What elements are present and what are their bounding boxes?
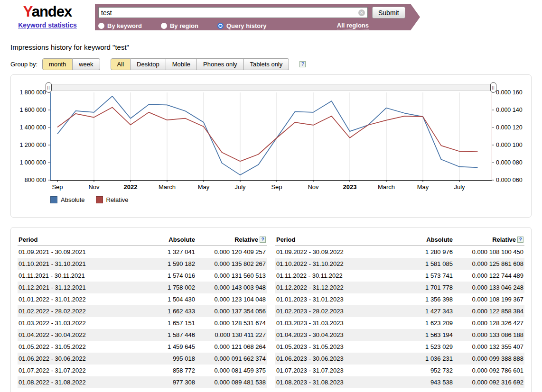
yandex-logo[interactable]: Yandex	[0, 4, 95, 20]
submit-button[interactable]: Submit	[372, 7, 405, 18]
radio-by-region[interactable]: By region	[161, 22, 198, 29]
legend-absolute[interactable]: Absolute	[50, 196, 85, 203]
x-axis-tick-label: May	[417, 183, 429, 191]
absolute-cell: 1 427 343	[393, 305, 454, 317]
radio-dot-query-history[interactable]	[217, 23, 224, 29]
legend-relative[interactable]: Relative	[96, 196, 129, 203]
chart-range-slider[interactable]: || ||	[48, 84, 494, 91]
table-row: 01.12.2022 - 31.12.20221 701 7780.000 13…	[275, 282, 524, 293]
relative-cell: 0.000 132 355 407	[454, 341, 524, 353]
absolute-cell: 1 662 433	[135, 305, 196, 317]
absolute-cell: 1 574 016	[135, 270, 196, 282]
absolute-cell: 1 563 194	[393, 329, 454, 341]
table-row: 01.01.2023 - 31.01.20231 356 3980.000 10…	[275, 293, 524, 305]
radio-dot-by-keyword[interactable]	[98, 23, 104, 29]
tab-desktop[interactable]: Desktop	[131, 58, 166, 70]
period-cell: 01.09.2022 - 30.09.2022	[275, 246, 393, 258]
slider-handle-right[interactable]: ||	[490, 82, 496, 92]
relative-cell: 0.000 125 861 608	[454, 258, 524, 270]
tab-mobile[interactable]: Mobile	[166, 58, 197, 70]
slider-handle-left[interactable]: ||	[46, 82, 52, 92]
absolute-cell: 943 538	[393, 376, 454, 388]
period-cell: 01.12.2022 - 31.12.2022	[275, 282, 393, 293]
all-regions-link[interactable]: All regions	[337, 22, 369, 29]
table-row: 01.03.2023 - 31.03.20231 623 2090.000 12…	[275, 317, 524, 329]
absolute-cell: 1 587 446	[135, 329, 196, 341]
relative-cell: 0.000 108 100 450	[454, 246, 524, 258]
table-row: 01.09.2022 - 30.09.20221 280 9760.000 10…	[275, 246, 524, 258]
radio-label-by-keyword: By keyword	[107, 22, 142, 29]
table-row: 01.08.2023 - 31.08.2023943 5380.000 092 …	[275, 376, 524, 388]
period-cell: 01.06.2022 - 30.06.2022	[18, 353, 135, 365]
radio-query-history[interactable]: Query history	[217, 22, 267, 29]
table-header-row: PeriodAbsoluteRelative?	[18, 235, 267, 246]
table-row: 01.02.2022 - 28.02.20221 662 4330.000 13…	[18, 305, 267, 317]
col-header-period: Period	[275, 235, 393, 246]
x-axis-tick-label: 2023	[343, 183, 357, 191]
legend-swatch-relative	[96, 196, 103, 203]
table-row: 01.03.2022 - 31.03.20221 657 1510.000 12…	[18, 317, 267, 329]
table-row: 01.08.2022 - 31.08.2022977 3080.000 089 …	[18, 376, 267, 388]
x-axis-tick-label: Nov	[88, 183, 100, 191]
right-axis-tick-label: 0.000 100	[496, 142, 523, 148]
relative-cell: 0.000 123 104 048	[196, 293, 267, 305]
period-cell: 01.04.2022 - 30.04.2022	[18, 329, 135, 341]
relative-cell: 0.000 128 531 674	[196, 317, 267, 329]
impressions-table-year2: PeriodAbsoluteRelative?01.09.2022 - 30.0…	[275, 235, 524, 388]
chart-legend: AbsoluteRelative	[50, 196, 140, 203]
relative-cell: 0.000 092 786 601	[454, 365, 524, 376]
relative-cell: 0.000 081 459 375	[196, 365, 267, 376]
absolute-cell: 1 504 430	[135, 293, 196, 305]
page-title: Impressions history for keyword "test"	[10, 43, 542, 51]
x-axis-tick-label: 2022	[124, 183, 138, 191]
top-bar: Yandex Keyword statistics ✕ Submit By ke…	[0, 0, 542, 30]
period-cell: 01.10.2022 - 31.10.2022	[275, 258, 393, 270]
tab-all[interactable]: All	[111, 58, 131, 70]
absolute-cell: 1 590 182	[135, 258, 196, 270]
keyword-statistics-link[interactable]: Keyword statistics	[18, 21, 77, 29]
tab-tablets-only[interactable]: Tablets only	[244, 58, 290, 70]
relative-cell: 0.000 130 411 227	[196, 329, 267, 341]
table-row: 01.10.2022 - 31.10.20221 581 0850.000 12…	[275, 258, 524, 270]
col-header-absolute: Absolute	[393, 235, 454, 246]
groupby-month[interactable]: month	[42, 58, 73, 70]
left-axis-tick-label: 1 000 000	[19, 159, 46, 166]
left-axis-tick-label: 800 000	[25, 177, 46, 183]
search-input[interactable]	[98, 7, 368, 18]
table-row: 01.04.2022 - 30.04.20221 587 4460.000 13…	[18, 329, 267, 341]
search-bar: ✕ Submit By keywordBy regionQuery histor…	[95, 4, 411, 30]
logo-letter-y: Y	[23, 3, 32, 20]
relative-help-icon[interactable]: ?	[517, 237, 523, 243]
absolute-cell: 1 036 231	[393, 353, 454, 365]
radio-label-query-history: Query history	[226, 22, 267, 29]
relative-cell: 0.000 092 316 692	[454, 376, 524, 388]
relative-cell: 0.000 099 388 888	[454, 353, 524, 365]
tab-phones-only[interactable]: Phones only	[197, 58, 244, 70]
table-row: 01.06.2023 - 30.06.20231 036 2310.000 09…	[275, 353, 524, 365]
col-header-period: Period	[18, 235, 135, 246]
right-axis-tick-label: 0.000 140	[496, 107, 523, 113]
period-cell: 01.08.2022 - 31.08.2022	[18, 376, 135, 388]
col-header-relative: Relative?	[196, 235, 267, 246]
x-axis-tick-label: May	[198, 183, 210, 191]
table-header-row: PeriodAbsoluteRelative?	[275, 235, 524, 246]
radio-dot-by-region[interactable]	[161, 23, 167, 29]
col-header-relative: Relative?	[454, 235, 524, 246]
absolute-cell: 977 308	[135, 376, 196, 388]
impressions-chart: 1 800 0001 600 0001 400 0001 200 0001 00…	[11, 75, 531, 217]
radio-by-keyword[interactable]: By keyword	[98, 22, 142, 29]
period-cell: 01.11.2021 - 30.11.2021	[18, 270, 135, 282]
group-by-label: Group by:	[10, 61, 37, 68]
group-by-buttons: monthweek	[42, 58, 100, 70]
absolute-cell: 1 581 085	[393, 258, 454, 270]
period-cell: 01.05.2022 - 31.05.2022	[18, 341, 135, 353]
groupby-week[interactable]: week	[73, 58, 100, 70]
absolute-cell: 1 356 398	[393, 293, 454, 305]
left-axis-tick-label: 1 600 000	[19, 107, 46, 113]
device-help-icon[interactable]: ?	[299, 61, 306, 67]
col-header-absolute: Absolute	[135, 235, 196, 246]
legend-label-absolute: Absolute	[61, 196, 85, 203]
logo-rest: andex	[32, 3, 72, 20]
relative-help-icon[interactable]: ?	[260, 237, 266, 243]
clear-input-icon[interactable]: ✕	[358, 9, 365, 16]
